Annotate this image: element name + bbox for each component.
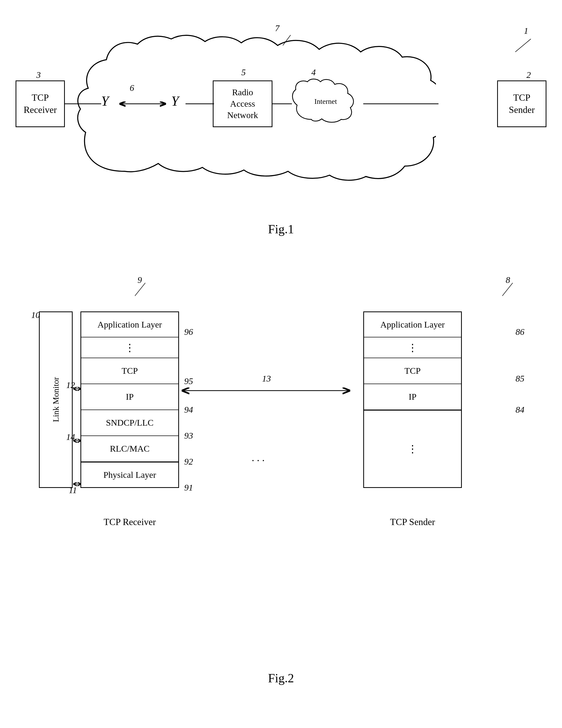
tcp-receiver-label: TCPReceiver <box>24 92 57 116</box>
line-internet-sender <box>363 103 438 105</box>
sender-ip-layer: IP <box>363 384 462 410</box>
ref9-arrow <box>130 280 150 298</box>
ref-85: 85 <box>516 374 524 384</box>
figure-1: 1 7 TCPReceiver 3 TCPSender 2 RadioAcces… <box>0 10 562 244</box>
tcp-double-arrow <box>180 384 352 397</box>
dots-between-stacks: . . . <box>252 452 265 464</box>
ref-93: 93 <box>184 431 193 441</box>
ref8-arrow <box>497 280 518 298</box>
sender-tcp-layer: TCP <box>363 358 462 384</box>
line-y-ran <box>186 103 214 105</box>
ran-box: RadioAccessNetwork <box>213 80 272 127</box>
tcp-receiver-box: TCPReceiver <box>16 80 65 127</box>
ref-1: 1 <box>524 26 528 36</box>
sender-dots-2-label: ⋮ <box>407 443 418 455</box>
link-monitor-label: Link Monitor <box>51 377 61 422</box>
y-right: Y <box>171 93 179 109</box>
receiver-tcp-layer: TCP <box>80 358 179 384</box>
receiver-stack: Application Layer ⋮ TCP IP SNDCP/LLC RLC… <box>80 311 179 488</box>
ref-96: 96 <box>184 327 193 337</box>
receiver-app-layer-label: Application Layer <box>98 320 162 330</box>
receiver-sndcp-label: SNDCP/LLC <box>106 418 153 428</box>
svg-line-9 <box>502 283 513 296</box>
ref-86: 86 <box>516 327 524 337</box>
ran-label: RadioAccessNetwork <box>227 87 258 121</box>
receiver-dots-1: ⋮ <box>80 337 179 358</box>
svg-line-8 <box>135 283 145 296</box>
receiver-ip-label: IP <box>126 392 134 402</box>
ref-92: 92 <box>184 457 193 467</box>
svg-text:Internet: Internet <box>314 97 337 105</box>
receiver-physical-label: Physical Layer <box>104 470 156 480</box>
ref1-arrow <box>510 36 536 57</box>
ref-14: 14 <box>66 432 75 442</box>
receiver-rlc-label: RLC/MAC <box>110 444 149 454</box>
ref-91: 91 <box>184 483 193 493</box>
ref-94: 94 <box>184 405 193 415</box>
ref-13: 13 <box>262 374 271 384</box>
ref7-arrow <box>280 32 301 51</box>
sender-app-layer-label: Application Layer <box>380 320 445 330</box>
receiver-app-layer: Application Layer <box>80 311 179 337</box>
ref-5: 5 <box>241 67 246 77</box>
ref-6: 6 <box>130 83 134 93</box>
ref-3: 3 <box>36 70 41 80</box>
svg-line-6 <box>515 39 531 52</box>
y-double-arrow <box>117 99 169 109</box>
sender-dots-2: ⋮ <box>363 410 462 488</box>
tcp-sender-box: TCPSender <box>497 80 546 127</box>
internet-cloud: Internet <box>291 78 363 130</box>
sender-tcp-label: TCP <box>405 366 421 376</box>
receiver-rlc-layer: RLC/MAC <box>80 436 179 462</box>
y-left: Y <box>101 93 109 109</box>
line-ran-internet <box>272 103 292 105</box>
receiver-ip-layer: IP <box>80 384 179 410</box>
sender-dots-1: ⋮ <box>363 337 462 358</box>
ref-12: 12 <box>66 380 75 390</box>
sender-stack: Application Layer ⋮ TCP IP ⋮ <box>363 311 462 488</box>
svg-line-7 <box>283 35 291 45</box>
ref-10: 10 <box>31 310 40 320</box>
tcp-receiver-stack-label: TCP Receiver <box>80 516 179 527</box>
tcp-sender-label: TCPSender <box>509 92 535 116</box>
receiver-sndcp-layer: SNDCP/LLC <box>80 410 179 436</box>
tcp-sender-stack-label: TCP Sender <box>363 516 462 527</box>
ref-2: 2 <box>526 70 531 80</box>
ref-11: 11 <box>69 485 77 495</box>
sender-dots-1-label: ⋮ <box>407 342 418 354</box>
ref-4: 4 <box>311 67 316 77</box>
line-receiver-y <box>65 103 101 105</box>
receiver-dots-1-label: ⋮ <box>125 342 135 354</box>
sender-ip-label: IP <box>409 392 416 402</box>
sender-app-layer: Application Layer <box>363 311 462 337</box>
fig1-label: Fig.1 <box>268 222 294 236</box>
link-monitor-box: Link Monitor <box>39 311 73 488</box>
figure-2: 9 8 Application Layer ⋮ TCP IP SNDCP/LLC <box>0 260 562 701</box>
receiver-tcp-label: TCP <box>122 366 138 376</box>
receiver-physical-layer: Physical Layer <box>80 462 179 488</box>
ref-84: 84 <box>516 405 524 415</box>
fig2-label: Fig.2 <box>268 671 294 685</box>
